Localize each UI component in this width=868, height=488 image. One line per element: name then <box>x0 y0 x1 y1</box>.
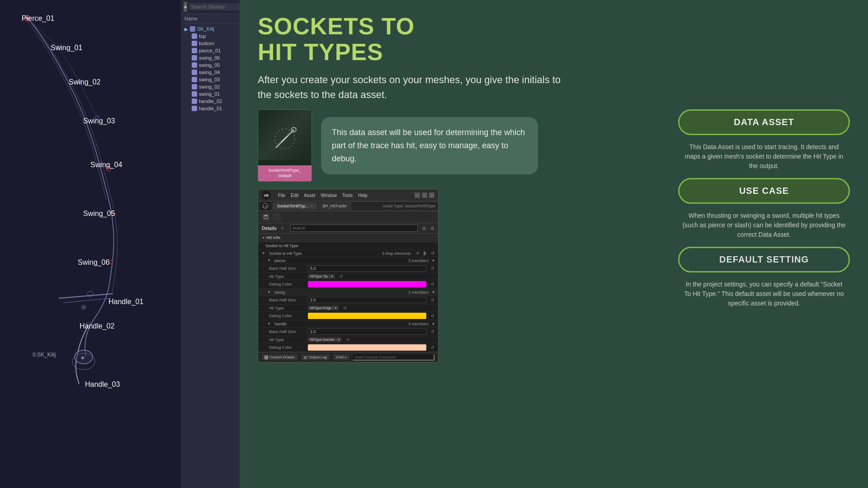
asset-preview-row: SocketToHitType_ Default This data asset… <box>258 109 665 182</box>
use-case-button[interactable]: USE CASE <box>678 178 850 204</box>
window-controls: ─ □ × <box>415 192 434 198</box>
swing-hit-type-reset[interactable]: ↺ <box>343 306 347 310</box>
tree-item-swing01[interactable]: swing_01 <box>181 90 240 98</box>
view-options-icon[interactable]: ⊞ <box>422 226 426 231</box>
menu-file[interactable]: File <box>278 193 285 198</box>
menu-tools[interactable]: Tools <box>342 193 353 198</box>
tree-item-top[interactable]: top <box>181 33 240 40</box>
handle-hit-type-reset[interactable]: ↺ <box>346 338 350 342</box>
content-drawer-button[interactable]: Content Drawer <box>262 354 297 360</box>
console-input[interactable] <box>353 354 434 361</box>
svg-rect-29 <box>264 357 268 358</box>
asset-thumbnail: SocketToHitType_ Default <box>258 109 312 182</box>
default-setting-button[interactable]: DEFAULT SETTING <box>678 247 850 272</box>
bone-label-swing04: Swing_04 <box>90 161 122 169</box>
page-title: SOCKETS TOHIT TYPES <box>258 14 850 65</box>
data-asset-button[interactable]: DATA ASSET <box>678 109 850 135</box>
handle-reset-icon[interactable]: ↺ <box>431 329 434 334</box>
handle-base-half-size-value[interactable]: 2.0 <box>308 328 426 335</box>
tree-item-bottom[interactable]: bottom <box>181 40 240 47</box>
pierce-color-reset[interactable]: ↺ <box>431 282 434 286</box>
swing-base-half-size-row: Base Half Size 2.0 ↺ <box>258 296 438 305</box>
swing-reset-icon[interactable]: ↺ <box>431 298 434 302</box>
tree-item-swing02[interactable]: swing_02 <box>181 83 240 90</box>
pierce-reset-icon[interactable]: ↺ <box>431 266 434 271</box>
pierce-debug-color-swatch[interactable] <box>308 281 426 287</box>
handle-hit-type-badge[interactable]: HitType.Handle × ▾ <box>308 337 342 342</box>
add-socket-button[interactable]: + <box>184 2 187 12</box>
tree-item-swing06[interactable]: swing_06 <box>181 54 240 61</box>
handle-debug-color-swatch[interactable] <box>308 344 426 351</box>
svg-text:UE: UE <box>263 205 268 209</box>
details-search-input[interactable] <box>290 225 418 232</box>
bone-label-swing06: Swing_06 <box>78 258 109 267</box>
map-settings-icon[interactable]: ↺ <box>431 251 434 256</box>
handle-debug-color-row: Debug Color ↺ <box>258 343 438 352</box>
details-close-icon[interactable]: × <box>281 226 284 231</box>
entry-dropdown-icon[interactable]: ▾ <box>432 258 434 263</box>
svg-rect-30 <box>264 358 268 359</box>
map-entry-swing-header: ▼ swing 3 members ▾ <box>258 289 438 296</box>
editor-window: UE File Edit Asset Window Tools Help ─ □… <box>258 189 439 362</box>
tree-item-handle02[interactable]: handle_02 <box>181 98 240 105</box>
data-asset-description: This Data Asset is used to start tracing… <box>678 141 850 173</box>
delete-icon[interactable]: 🗑 <box>423 251 427 256</box>
socket-to-hittype-label: Socket to Hit Type <box>258 242 438 250</box>
toolbar-btn-2[interactable] <box>273 213 281 221</box>
swing-base-half-size-value[interactable]: 2.0 <box>308 297 426 303</box>
pierce-base-half-size-value[interactable]: 5.0 <box>308 265 426 272</box>
swing-color-reset[interactable]: ↺ <box>431 314 434 318</box>
tab-bp-hittrailer[interactable]: BP_HitTrailer <box>318 202 351 210</box>
menu-window[interactable]: Window <box>321 193 337 198</box>
handle-color-reset[interactable]: ↺ <box>431 345 434 350</box>
bone-label-swing02: Swing_02 <box>69 78 100 86</box>
tree-item-swing04[interactable]: swing_04 <box>181 69 240 76</box>
bone-label-pierce01: Pierce_01 <box>22 14 54 23</box>
tree-item-sk-killj[interactable]: ▶ SK_Killj <box>181 25 240 33</box>
save-icon[interactable] <box>262 213 270 221</box>
pierce-hit-type-reset[interactable]: ↺ <box>340 274 343 279</box>
handle-dropdown-icon[interactable]: ▾ <box>432 321 434 326</box>
close-button[interactable]: × <box>429 192 434 198</box>
tree-column-header: Name <box>181 14 240 23</box>
main-content-panel: SOCKETS TOHIT TYPES After you create you… <box>240 0 868 488</box>
tab-close-icon[interactable]: × <box>311 204 313 208</box>
subtitle-text: After you create your sockets on your me… <box>258 72 574 102</box>
menu-edit[interactable]: Edit <box>291 193 298 198</box>
editor-map-body: ▼ Socket to Hit Type 3 Map elements ↺ 🗑 … <box>258 250 438 352</box>
swing-hit-type-badge[interactable]: HitType.Edge × ▾ <box>308 305 339 310</box>
tab-socket-to-hittype[interactable]: SocketToHitTyp... × <box>273 202 317 210</box>
bone-label-handle02: Handle_02 <box>80 322 114 330</box>
sword-icon <box>271 125 298 152</box>
tree-item-handle01[interactable]: handle_01 <box>181 105 240 112</box>
tree-item-swing05[interactable]: swing_05 <box>181 61 240 69</box>
tree-item-pierce01[interactable]: pierce_01 <box>181 47 240 54</box>
editor-icon: UE <box>261 202 270 211</box>
hit-info-section: ▼ Hit Info <box>258 234 438 242</box>
pierce-base-half-size-row: Base Half Size 5.0 ↺ <box>258 264 438 273</box>
details-title: Details <box>262 226 277 231</box>
svg-rect-27 <box>265 215 267 216</box>
swing-debug-color-row: Debug Color ↺ <box>258 312 438 320</box>
handle-base-half-size-row: Base Half Size 2.0 ↺ <box>258 328 438 336</box>
menu-help[interactable]: Help <box>358 193 368 198</box>
svg-rect-31 <box>304 357 307 357</box>
output-log-button[interactable]: Output Log <box>301 354 330 360</box>
menu-asset[interactable]: Asset <box>304 193 315 198</box>
tree-item-swing03[interactable]: swing_03 <box>181 76 240 83</box>
reset-icon[interactable]: ↺ <box>415 251 419 256</box>
swing-dropdown-icon[interactable]: ▾ <box>432 290 434 295</box>
swing-debug-color-swatch[interactable] <box>308 313 426 319</box>
skeleton-tree-panel: + Name ▶ SK_Killj top bottom pierce_01 <box>181 0 240 488</box>
bone-label-swing05: Swing_05 <box>83 210 115 218</box>
bone-labels-container: Pierce_01 Swing_01 Swing_02 Swing_03 Swi… <box>0 0 181 488</box>
pierce-hit-type-badge[interactable]: HitType.Tip × ▾ <box>308 274 335 279</box>
pierce-debug-color-row: Debug Color ↺ <box>258 280 438 289</box>
settings-icon[interactable]: ⚙ <box>430 226 434 231</box>
maximize-button[interactable]: □ <box>422 192 427 198</box>
callout-text: This data asset will be used for determi… <box>332 128 525 163</box>
bone-label-swing01: Swing_01 <box>51 44 82 52</box>
minimize-button[interactable]: ─ <box>415 192 420 198</box>
cmd-button[interactable]: Cmd ▾ <box>333 354 349 360</box>
asset-thumb-label: SocketToHitType_ Default <box>258 165 311 181</box>
